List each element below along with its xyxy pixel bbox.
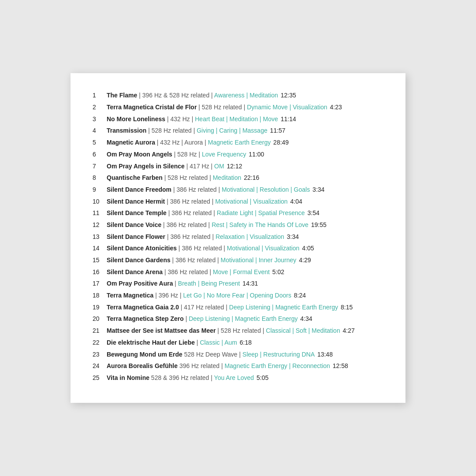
- track-meta: | 528 Hz |: [172, 151, 202, 158]
- track-number: 20: [93, 314, 107, 324]
- track-number: 8: [93, 173, 107, 183]
- track-item: 13Silent Dance Flower | 386 Hz related |…: [93, 232, 383, 242]
- track-title: Silent Dance Voice: [107, 221, 161, 228]
- track-duration: 4:04: [289, 198, 302, 205]
- track-number: 7: [93, 162, 107, 171]
- track-number: 5: [93, 138, 107, 148]
- track-item: 12Silent Dance Voice | 386 Hz related | …: [93, 220, 383, 230]
- track-number: 22: [93, 338, 107, 348]
- track-number: 9: [93, 185, 107, 195]
- track-duration: 4:34: [298, 315, 312, 322]
- track-title: Transmission: [107, 127, 146, 134]
- track-tags: Relaxation | Visualization: [216, 233, 284, 240]
- track-title: Terra Magnetica Step Zero: [107, 315, 184, 322]
- track-item: 9Silent Dance Freedom | 386 Hz related |…: [93, 185, 383, 195]
- track-title: Quantische Farben: [107, 174, 163, 181]
- track-duration: 22:16: [242, 174, 259, 181]
- track-number: 15: [93, 256, 107, 265]
- track-number: 14: [93, 244, 107, 253]
- track-meta: | 417 Hz |: [185, 163, 214, 170]
- track-content: Om Pray Angels in Silence | 417 Hz | OM …: [107, 162, 383, 171]
- track-title: Magnetic Aurora: [107, 139, 155, 146]
- track-item: 23Bewegung Mond um Erde 528 Hz Deep Wave…: [93, 350, 383, 360]
- track-number: 12: [93, 220, 107, 230]
- track-tags: Meditation: [213, 174, 242, 181]
- track-tags: Move | Formal Event: [213, 268, 270, 275]
- track-title: Silent Dance Atonicities: [107, 245, 177, 252]
- track-meta: | 432 Hz |: [165, 115, 195, 123]
- track-number: 18: [93, 291, 107, 301]
- track-title: Die elektrische Haut der Liebe: [107, 339, 195, 346]
- track-tags: Motivational | Resolution | Goals: [222, 186, 310, 193]
- track-meta: | 386 Hz related |: [161, 221, 212, 228]
- track-tags: Rest | Safety in The Hands Of Love: [212, 221, 309, 228]
- track-item: 16Silent Dance Arena | 386 Hz related | …: [93, 268, 383, 277]
- tracklist-card: 1The Flame | 396 Hz & 528 Hz related | A…: [71, 73, 405, 402]
- track-number: 24: [93, 361, 107, 371]
- track-content: Terra Magnetica Gaia 2.0 | 417 Hz relate…: [107, 303, 383, 312]
- track-duration: 11:14: [279, 115, 296, 123]
- track-tags: Dynamic Move | Visualization: [247, 104, 327, 111]
- track-number: 6: [93, 150, 107, 160]
- track-item: 21Mattsee der See ist Mattsee das Meer |…: [93, 326, 383, 336]
- track-content: No More Loneliness | 432 Hz | Heart Beat…: [107, 115, 383, 124]
- track-duration: 12:35: [279, 92, 296, 99]
- track-tags: Classic | Aum: [200, 339, 237, 346]
- track-tags: Motivational | Visualization: [215, 198, 287, 205]
- track-title: Terra Magnetica Gaia 2.0: [107, 304, 179, 311]
- track-number: 16: [93, 268, 107, 277]
- track-number: 21: [93, 326, 107, 336]
- track-meta: | 528 Hz related |: [146, 127, 197, 134]
- track-duration: 8:15: [339, 304, 353, 311]
- track-title: Silent Dance Temple: [107, 209, 167, 216]
- track-title: Silent Dance Flower: [107, 233, 165, 240]
- track-number: 11: [93, 208, 107, 218]
- track-number: 3: [93, 115, 107, 124]
- track-number: 2: [93, 103, 107, 112]
- track-item: 3No More Loneliness | 432 Hz | Heart Bea…: [93, 115, 383, 124]
- track-item: 14Silent Dance Atonicities | 386 Hz rela…: [93, 244, 383, 253]
- track-item: 20Terra Magnetica Step Zero | Deep Liste…: [93, 314, 383, 324]
- track-content: Terra Magnetica Cristal de Flor | 528 Hz…: [107, 103, 383, 112]
- track-content: Vita in Nomine 528 & 396 Hz related | Yo…: [107, 373, 383, 383]
- track-title: Silent Dance Gardens: [107, 257, 171, 264]
- track-title: Om Pray Angels in Silence: [107, 163, 185, 170]
- track-meta: | 386 Hz related |: [163, 268, 213, 275]
- track-duration: 8:24: [292, 292, 306, 299]
- track-tags: Motivational | Inner Journey: [221, 257, 297, 264]
- track-duration: 5:05: [255, 374, 268, 381]
- track-meta: | 432 Hz | Aurora |: [155, 139, 208, 146]
- track-title: Om Pray Moon Angels: [107, 151, 172, 158]
- track-duration: 3:34: [311, 186, 324, 193]
- track-title: Silent Dance Arena: [107, 268, 163, 275]
- track-content: Bewegung Mond um Erde 528 Hz Deep Wave |…: [107, 350, 383, 360]
- track-duration: 4:23: [328, 104, 342, 111]
- track-meta: | 396 Hz & 528 Hz related |: [137, 92, 214, 99]
- track-item: 2Terra Magnetica Cristal de Flor | 528 H…: [93, 103, 383, 112]
- track-meta: | 386 Hz related |: [165, 198, 215, 205]
- track-content: Aurora Borealis Gefühle 396 Hz related |…: [107, 361, 383, 371]
- track-tags: Love Frequency: [202, 151, 246, 158]
- track-content: Die elektrische Haut der Liebe | Classic…: [107, 338, 383, 348]
- track-title: Silent Dance Hermit: [107, 198, 165, 205]
- track-duration: 4:05: [300, 245, 314, 252]
- track-content: Silent Dance Gardens | 386 Hz related | …: [107, 256, 383, 265]
- track-content: Silent Dance Voice | 386 Hz related | Re…: [107, 220, 383, 230]
- track-tags: Breath | Being Present: [178, 280, 240, 287]
- track-item: 8Quantische Farben | 528 Hz related | Me…: [93, 173, 383, 183]
- track-content: Silent Dance Temple | 386 Hz related | R…: [107, 208, 383, 218]
- track-item: 22Die elektrische Haut der Liebe | Class…: [93, 338, 383, 348]
- track-number: 10: [93, 197, 107, 207]
- track-tags: Heart Beat | Meditation | Move: [195, 115, 278, 123]
- track-title: Aurora Borealis Gefühle: [107, 362, 178, 369]
- track-item: 1The Flame | 396 Hz & 528 Hz related | A…: [93, 91, 383, 100]
- track-meta: |: [195, 339, 200, 346]
- track-duration: 12:12: [225, 163, 242, 170]
- track-item: 18Terra Magnetica | 396 Hz | Let Go | No…: [93, 291, 383, 301]
- track-number: 25: [93, 373, 107, 383]
- track-meta: | 417 Hz related |: [179, 304, 229, 311]
- track-meta: 528 Hz Deep Wave |: [182, 351, 242, 358]
- track-meta: 396 Hz related |: [178, 362, 224, 369]
- track-number: 23: [93, 350, 107, 360]
- track-meta: |: [173, 280, 178, 287]
